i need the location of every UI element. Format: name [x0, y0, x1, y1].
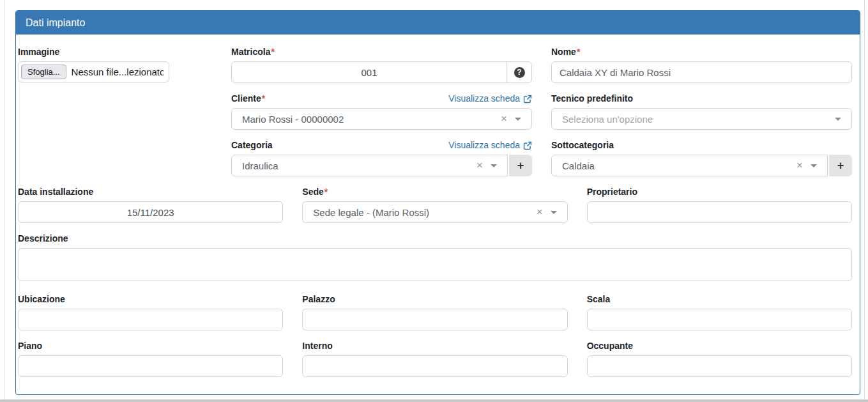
cliente-label: Cliente* — [231, 94, 265, 104]
sede-select[interactable]: Sede legale - (Mario Rossi) × — [302, 201, 567, 223]
categoria-select-value: Idraulica — [242, 160, 278, 171]
field-interno: Interno — [302, 341, 567, 377]
clear-icon[interactable]: × — [501, 113, 507, 124]
field-sede: Sede* Sede legale - (Mario Rossi) × — [302, 187, 567, 223]
occupante-label: Occupante — [587, 341, 633, 351]
matricola-help-addon[interactable]: ? — [506, 61, 532, 83]
sottocategoria-label: Sottocategoria — [551, 141, 614, 150]
palazzo-input[interactable] — [302, 309, 567, 330]
required-marker: * — [577, 47, 580, 57]
sede-label: Sede* — [302, 187, 328, 197]
immagine-file-input[interactable]: Sfoglia... Nessun file...lezionato. — [18, 61, 169, 82]
categoria-select[interactable]: Idraulica × — [231, 155, 508, 176]
field-ubicazione: Ubicazione — [18, 295, 283, 330]
sottocategoria-select-value: Caldaia — [562, 160, 595, 171]
field-piano: Piano — [18, 341, 283, 377]
tecnico-predefinito-label: Tecnico predefinito — [551, 94, 633, 104]
categoria-label: Categoria — [231, 141, 273, 150]
bottom-scrollbar-track[interactable] — [0, 399, 868, 402]
categoria-visualizza-scheda-link[interactable]: Visualizza scheda — [448, 141, 532, 150]
nome-label: Nome* — [551, 47, 580, 57]
field-cliente: Cliente* Visualizza scheda — [231, 94, 532, 130]
tecnico-predefinito-select[interactable]: Seleziona un'opzione — [551, 108, 852, 130]
sede-select-value: Sede legale - (Mario Rossi) — [313, 207, 429, 218]
immagine-label: Immagine — [18, 47, 59, 57]
matricola-input[interactable] — [231, 61, 507, 83]
add-sottocategoria-button[interactable]: + — [829, 155, 852, 176]
column-right: Nome* Tecnico predefinito Seleziona un'o… — [551, 47, 852, 187]
proprietario-input[interactable] — [587, 201, 852, 223]
sottocategoria-select[interactable]: Caldaia × — [551, 155, 828, 176]
field-proprietario: Proprietario — [587, 187, 852, 223]
external-link-icon — [523, 95, 532, 104]
field-occupante: Occupante — [587, 341, 852, 377]
matricola-label: Matricola* — [231, 47, 275, 57]
clear-icon[interactable]: × — [537, 206, 543, 217]
column-immagine: Immagine Sfoglia... Nessun file...lezion… — [18, 47, 212, 187]
field-categoria: Categoria Visualizza scheda — [231, 141, 532, 176]
chevron-down-icon[interactable] — [515, 118, 521, 121]
plus-icon: + — [517, 159, 524, 173]
interno-input[interactable] — [302, 355, 567, 377]
browse-button[interactable]: Sfoglia... — [21, 65, 66, 79]
top-section: Immagine Sfoglia... Nessun file...lezion… — [18, 47, 852, 187]
field-data-installazione: Data installazione — [18, 187, 283, 223]
card-body: Immagine Sfoglia... Nessun file...lezion… — [16, 35, 860, 394]
help-icon[interactable]: ? — [514, 67, 525, 78]
row-piano: Piano Interno Occupante — [18, 341, 852, 388]
field-palazzo: Palazzo — [302, 295, 567, 330]
field-immagine: Immagine Sfoglia... Nessun file...lezion… — [18, 47, 212, 82]
proprietario-label: Proprietario — [587, 187, 637, 197]
card-title: Dati impianto — [16, 11, 860, 35]
clear-icon[interactable]: × — [796, 160, 803, 171]
required-marker: * — [262, 93, 265, 104]
cliente-visualizza-scheda-link[interactable]: Visualizza scheda — [448, 94, 532, 104]
palazzo-label: Palazzo — [302, 295, 335, 304]
tecnico-predefinito-placeholder: Seleziona un'opzione — [562, 114, 653, 125]
occupante-input[interactable] — [587, 355, 852, 377]
required-marker: * — [324, 187, 328, 197]
data-installazione-label: Data installazione — [18, 187, 93, 197]
field-matricola: Matricola* ? — [231, 47, 532, 83]
chevron-down-icon[interactable] — [811, 164, 817, 167]
piano-input[interactable] — [18, 355, 283, 377]
interno-label: Interno — [302, 341, 332, 351]
ubicazione-label: Ubicazione — [18, 295, 65, 304]
plus-icon: + — [837, 159, 844, 173]
cliente-select-value: Mario Rossi - 00000002 — [242, 114, 344, 125]
chevron-down-icon[interactable] — [491, 164, 497, 167]
nome-input[interactable] — [551, 61, 852, 83]
scala-input[interactable] — [587, 309, 852, 330]
required-marker: * — [271, 47, 274, 57]
field-sottocategoria: Sottocategoria Caldaia × + — [551, 141, 852, 176]
file-status-text: Nessun file...lezionato. — [72, 66, 164, 77]
descrizione-label: Descrizione — [18, 234, 68, 244]
piano-label: Piano — [18, 341, 42, 351]
field-tecnico-predefinito: Tecnico predefinito Seleziona un'opzione — [551, 94, 852, 130]
external-link-icon — [523, 141, 532, 150]
cliente-select[interactable]: Mario Rossi - 00000002 × — [231, 108, 532, 130]
scala-label: Scala — [587, 295, 611, 304]
page-frame: Dati impianto Immagine Sfoglia... Nessun… — [4, 0, 865, 399]
row-ubicazione: Ubicazione Palazzo Scala — [18, 295, 852, 341]
chevron-down-icon[interactable] — [835, 118, 841, 121]
dati-impianto-card: Dati impianto Immagine Sfoglia... Nessun… — [15, 10, 860, 395]
descrizione-textarea[interactable] — [18, 248, 852, 281]
field-descrizione: Descrizione — [18, 234, 852, 284]
column-center: Matricola* ? Cliente* — [231, 47, 532, 187]
ubicazione-input[interactable] — [18, 309, 283, 330]
data-installazione-input[interactable] — [18, 201, 283, 223]
add-categoria-button[interactable]: + — [509, 155, 532, 176]
clear-icon[interactable]: × — [476, 160, 483, 171]
row-installazione: Data installazione Sede* Sede legale - (… — [18, 187, 852, 234]
field-scala: Scala — [587, 295, 852, 330]
chevron-down-icon[interactable] — [551, 211, 557, 214]
field-nome: Nome* — [551, 47, 852, 83]
